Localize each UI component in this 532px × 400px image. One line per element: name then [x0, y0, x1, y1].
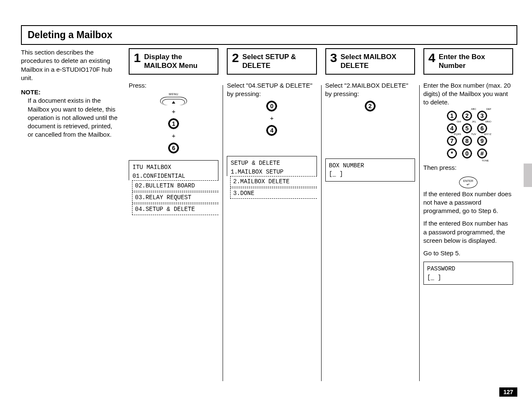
lcd-line: ITU MAILBOX [132, 163, 215, 171]
menu-shape [160, 97, 187, 105]
intro-paragraph: This section describes the procedures to… [21, 48, 119, 82]
note-heading: NOTE: [21, 88, 119, 96]
step-1-header: 1 Display the MAILBOX Menu [129, 48, 218, 75]
spacer [325, 118, 415, 158]
key-3-icon: 3 [477, 111, 487, 121]
page: Deleting a Mailbox This section describe… [21, 25, 517, 383]
enter-key-wrap: ENTER [423, 177, 513, 188]
step-4-para-2: If the entered Box number has a password… [423, 219, 513, 245]
key-5-icon: 5 [462, 123, 472, 133]
step-3-body: Select "2.MAILBOX DELETE" by pressing: 2… [325, 81, 415, 182]
step-2-scroll-rows: 2.MAILBOX DELETE 3.DONE [227, 176, 317, 199]
step-2-body: Select "04.SETUP & DELETE" by pressing: … [227, 81, 317, 199]
step-4-body: Enter the Box number (max. 20 digits) of… [423, 81, 513, 285]
intro-column: This section describes the procedures to… [21, 48, 125, 381]
step-2-lcd: SETUP & DELETE 1.MAILBOX SETUP [227, 156, 317, 176]
menu-label: MENU [160, 92, 187, 96]
step-2-header: 2 Select SETUP & DELETE [227, 48, 317, 75]
plus-separator: + [172, 132, 176, 140]
lcd-scroll-row: 03.RELAY REQUEST [132, 192, 218, 203]
step-4-number: 4 [428, 52, 436, 64]
lcd-scroll-row: 02.BULLETIN BOARD [132, 180, 218, 191]
step-1-instruction: Press: [129, 81, 218, 90]
lcd-line: [_ ] [329, 170, 411, 178]
step-1-column: 1 Display the MAILBOX Menu Press: MENU +… [125, 48, 223, 381]
plus-separator: + [270, 114, 274, 122]
key-hash-icon: # [477, 148, 487, 158]
step-3-instruction: Select "2.MAILBOX DELETE" by pressing: [325, 81, 415, 99]
lcd-scroll-row: 2.MAILBOX DELETE [230, 176, 317, 187]
key-star-icon: * [447, 148, 457, 158]
step-2-number: 2 [232, 52, 239, 64]
section-tab-marker [524, 164, 532, 187]
step-4-header: 4 Enter the Box Number [423, 48, 513, 75]
step-2-key-sequence: 0 + 4 [227, 101, 317, 136]
step-2-title: Select SETUP & DELETE [242, 52, 312, 70]
key-0-icon: 0 [462, 148, 472, 158]
key-2-icon: 2 [462, 111, 472, 121]
lcd-scroll-row: 3.DONE [230, 188, 317, 199]
step-2-column: 2 Select SETUP & DELETE Select "04.SETUP… [223, 48, 321, 381]
key-4-icon: 4 [447, 123, 457, 133]
step-4-instruction: Enter the Box number (max. 20 digits) of… [423, 81, 513, 107]
step-4-para-3: Go to Step 5. [423, 249, 513, 257]
step-1-scroll-rows: 02.BULLETIN BOARD 03.RELAY REQUEST 04.SE… [129, 180, 218, 215]
lcd-line: SETUP & DELETE [231, 159, 313, 167]
lcd-line: PASSWORD [427, 265, 509, 273]
step-3-key-sequence: 2 [325, 101, 415, 112]
numeric-keypad-icon: 1 2ABC 3DEF 4GHI 5JKL 6MNO 7PQRS 8TUV 9W… [423, 111, 513, 158]
key-6-icon: 6 [168, 143, 179, 153]
section-title-box: Deleting a Mailbox [21, 25, 517, 45]
up-triangle-icon [172, 101, 175, 104]
step-3-column: 3 Select MAILBOX DELETE Select "2.MAILBO… [321, 48, 419, 381]
page-number: 127 [499, 387, 517, 397]
key-1-icon: 1 [447, 111, 457, 121]
then-press-label: Then press: [423, 164, 513, 172]
key-6-icon: 6 [477, 123, 487, 133]
step-4-title: Enter the Box Number [439, 52, 508, 70]
content-row: This section describes the procedures to… [21, 48, 517, 381]
step-1-lcd: ITU MAILBOX 01.CONFIDENTIAL [129, 160, 218, 180]
key-7-icon: 7 [447, 136, 457, 146]
spacer [227, 143, 317, 156]
step-1-number: 1 [134, 52, 141, 64]
step-3-number: 3 [330, 52, 337, 64]
menu-key-icon: MENU [160, 92, 187, 103]
step-4-para-1: If the entered Box number does not have … [423, 190, 513, 216]
step-1-body: Press: MENU + 1 + 6 ITU MAILBOX 01.CO [129, 81, 218, 215]
step-1-key-sequence: MENU + 1 + 6 [129, 92, 218, 154]
lcd-line: 1.MAILBOX SETUP [231, 168, 313, 176]
step-4-column: 4 Enter the Box Number Enter the Box num… [419, 48, 517, 381]
plus-separator: + [172, 107, 176, 116]
note-block: NOTE: If a document exists in the Mailbo… [21, 88, 119, 139]
note-body: If a document exists in the Mailbox you … [28, 96, 119, 139]
key-2-icon: 2 [365, 101, 376, 112]
step-3-lcd: BOX NUMBER [_ ] [325, 158, 415, 182]
step-3-title: Select MAILBOX DELETE [340, 52, 410, 70]
section-title: Deleting a Mailbox [28, 29, 112, 40]
step-4-lcd: PASSWORD [_ ] [423, 262, 513, 285]
lcd-line: [_ ] [427, 273, 509, 282]
lcd-line: 01.CONFIDENTIAL [132, 172, 215, 180]
key-4-icon: 4 [266, 125, 277, 136]
step-1-title: Display the MAILBOX Menu [144, 52, 214, 70]
step-3-header: 3 Select MAILBOX DELETE [325, 48, 415, 75]
lcd-line: BOX NUMBER [329, 161, 411, 170]
key-9-icon: 9 [477, 136, 487, 146]
lcd-scroll-row: 04.SETUP & DELETE [132, 204, 218, 215]
tone-label: TONE [482, 159, 489, 162]
key-0-icon: 0 [266, 101, 277, 112]
step-2-instruction: Select "04.SETUP & DELETE" by pressing: [227, 81, 317, 99]
key-1-icon: 1 [168, 118, 179, 129]
enter-key-icon: ENTER [459, 177, 478, 188]
key-8-icon: 8 [462, 136, 472, 146]
